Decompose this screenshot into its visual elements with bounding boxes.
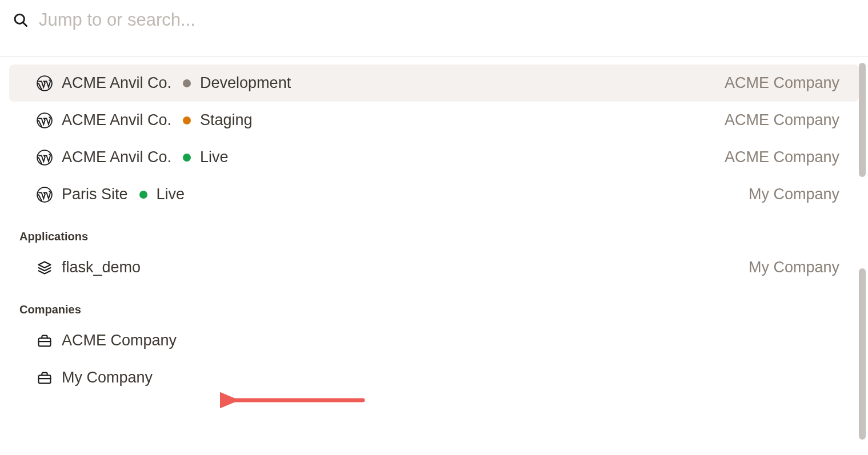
briefcase-icon xyxy=(37,370,53,386)
briefcase-icon xyxy=(37,333,53,349)
status-dot-live xyxy=(139,191,147,199)
environment-label: Live xyxy=(157,186,185,203)
company-label: My Company xyxy=(749,186,839,203)
wordpress-icon xyxy=(37,150,53,166)
status-dot-staging xyxy=(183,116,191,124)
company-row[interactable]: ACME Company xyxy=(9,322,859,359)
company-label: ACME Company xyxy=(725,74,839,92)
wordpress-icon xyxy=(37,187,53,203)
results-panel: ACME Anvil Co. Development ACME Company … xyxy=(0,57,868,454)
wordpress-icon xyxy=(37,75,53,91)
site-name: ACME Anvil Co. xyxy=(62,148,171,166)
svg-rect-7 xyxy=(39,375,51,383)
status-dot-dev xyxy=(183,79,191,87)
company-label: My Company xyxy=(749,259,839,276)
site-name: ACME Anvil Co. xyxy=(62,74,171,92)
svg-line-1 xyxy=(23,23,27,26)
environment-label: Development xyxy=(200,74,291,92)
company-label: ACME Company xyxy=(725,148,839,166)
site-name: Paris Site xyxy=(62,186,128,203)
company-label: ACME Company xyxy=(725,111,839,129)
company-name: ACME Company xyxy=(62,332,177,349)
search-input[interactable] xyxy=(39,10,855,30)
section-header-applications: Applications xyxy=(0,213,868,249)
status-dot-live xyxy=(183,154,191,162)
site-row[interactable]: Paris Site Live My Company xyxy=(9,176,859,213)
scrollbar-thumb[interactable] xyxy=(859,268,866,440)
wordpress-icon xyxy=(37,112,53,128)
section-header-companies: Companies xyxy=(0,286,868,322)
site-row[interactable]: ACME Anvil Co. Staging ACME Company xyxy=(9,102,859,139)
scrollbar-thumb[interactable] xyxy=(859,63,866,177)
search-icon xyxy=(13,12,29,28)
site-name: ACME Anvil Co. xyxy=(62,111,171,129)
application-row[interactable]: flask_demo My Company xyxy=(9,249,859,286)
scrollbar[interactable] xyxy=(859,63,866,445)
environment-label: Staging xyxy=(200,111,253,129)
search-bar xyxy=(0,0,868,40)
environment-label: Live xyxy=(200,148,229,166)
svg-rect-6 xyxy=(39,338,51,346)
company-row[interactable]: My Company xyxy=(9,359,859,396)
company-name: My Company xyxy=(62,369,153,386)
layers-icon xyxy=(37,260,53,276)
site-row[interactable]: ACME Anvil Co. Development ACME Company xyxy=(9,65,859,102)
application-name: flask_demo xyxy=(62,259,141,276)
site-row[interactable]: ACME Anvil Co. Live ACME Company xyxy=(9,139,859,176)
